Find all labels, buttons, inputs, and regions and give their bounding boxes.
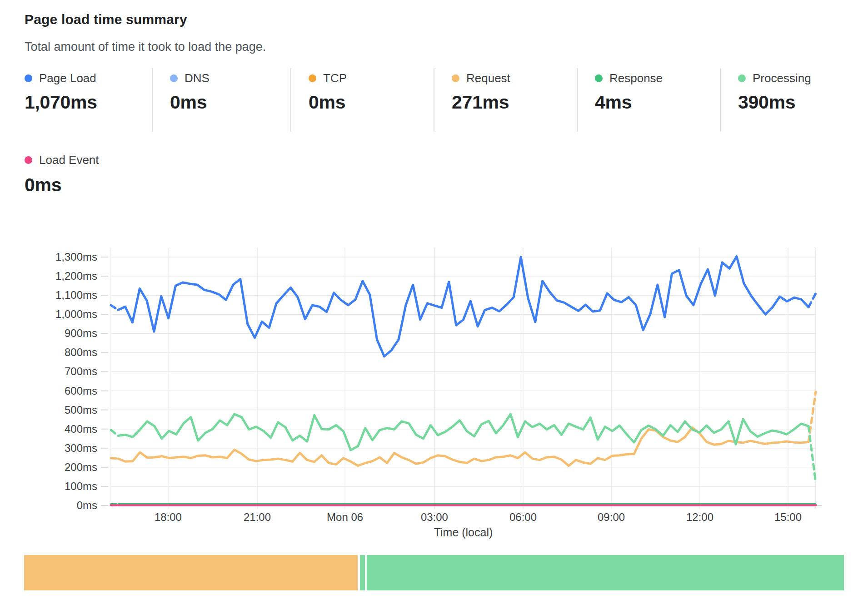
y-axis-label: 700ms: [65, 365, 97, 377]
y-axis-label: 900ms: [65, 327, 97, 339]
page-load-time-chart[interactable]: 0ms100ms200ms300ms400ms500ms600ms700ms80…: [0, 200, 868, 550]
load-event-dot-icon: [25, 156, 32, 164]
x-axis-label: 06:00: [509, 511, 537, 523]
page-load-dot-icon: [25, 74, 32, 82]
y-axis-label: 1,100ms: [55, 289, 97, 301]
x-axis-label: 21:00: [244, 511, 271, 523]
x-axis-label: 03:00: [421, 511, 448, 523]
y-axis-label: 300ms: [65, 442, 97, 454]
legend-item-response[interactable]: Response4ms: [577, 68, 720, 132]
request-dot-icon: [452, 74, 459, 82]
legend-item-value: 0ms: [25, 174, 99, 196]
processing-dot-icon: [738, 74, 746, 82]
tcp-dot-icon: [309, 74, 316, 82]
bar-segment-processing-sliver: [360, 555, 365, 590]
legend-item-head: Request: [452, 70, 577, 86]
legend-item-value: 1,070ms: [25, 92, 152, 113]
x-axis-label: 18:00: [155, 511, 182, 523]
bar-segment-request-phase: [24, 555, 358, 590]
legend-item-value: 4ms: [595, 92, 720, 113]
line-processing-dash-start: [111, 430, 118, 436]
legend-item-head: Page Load: [25, 70, 152, 86]
x-axis-label: Mon 06: [327, 511, 363, 523]
legend-item-request[interactable]: Request271ms: [434, 68, 577, 132]
legend-item-label: TCP: [323, 71, 347, 85]
legend-item-value: 271ms: [452, 92, 577, 113]
y-axis-label: 800ms: [65, 346, 97, 358]
legend-item-value: 390ms: [738, 92, 868, 113]
legend-item-head: DNS: [170, 70, 290, 86]
y-axis-label: 400ms: [65, 423, 97, 435]
legend-item-head: TCP: [309, 70, 434, 86]
y-axis-label: 0ms: [77, 499, 97, 511]
page-subtitle: Total amount of time it took to load the…: [25, 40, 266, 54]
line-page-load-dash-start: [111, 305, 118, 310]
line-request: [118, 427, 808, 465]
legend-item-label: Request: [466, 71, 510, 85]
y-axis-label: 1,000ms: [55, 308, 97, 320]
y-axis-label: 100ms: [65, 480, 97, 492]
timing-breakdown-bar: [24, 555, 844, 590]
line-page-load: [118, 257, 808, 357]
legend-item-page-load[interactable]: Page Load1,070ms: [25, 68, 152, 132]
x-axis-label: 09:00: [598, 511, 625, 523]
legend-item-tcp[interactable]: TCP0ms: [290, 68, 434, 132]
line-request-dash-end: [808, 392, 816, 442]
y-axis-label: 600ms: [65, 385, 97, 397]
legend-item-label: Response: [609, 71, 663, 85]
y-axis-label: 500ms: [65, 404, 97, 416]
legend-item-dns[interactable]: DNS0ms: [152, 68, 290, 132]
legend-item-processing[interactable]: Processing390ms: [720, 68, 868, 132]
page-load-summary-panel: { "header": { "title": "Page load time s…: [0, 0, 868, 614]
dns-dot-icon: [170, 74, 178, 82]
y-axis-label: 1,300ms: [55, 251, 97, 263]
legend-item-head: Load Event: [25, 152, 99, 168]
x-axis-label: 12:00: [686, 511, 713, 523]
page-title: Page load time summary: [25, 12, 187, 27]
legend-item-label: Load Event: [39, 153, 99, 167]
legend-item-label: Page Load: [39, 71, 96, 85]
x-axis-title: Time (local): [434, 526, 493, 539]
legend-item-value: 0ms: [170, 92, 290, 113]
y-axis-label: 1,200ms: [55, 270, 97, 282]
line-processing-dash-end: [808, 426, 816, 482]
legend-item-head: Response: [595, 70, 720, 86]
bar-segment-processing-phase: [367, 555, 844, 590]
legend-item-label: Processing: [753, 71, 811, 85]
legend-item-value: 0ms: [309, 92, 434, 113]
response-dot-icon: [595, 74, 603, 82]
legend-item-head: Processing: [738, 70, 868, 86]
legend: Page Load1,070msDNS0msTCP0msRequest271ms…: [25, 68, 868, 132]
line-processing: [118, 414, 808, 450]
y-axis-label: 200ms: [65, 461, 97, 473]
x-axis-label: 15:00: [774, 511, 802, 523]
legend-item-label: DNS: [185, 71, 210, 85]
